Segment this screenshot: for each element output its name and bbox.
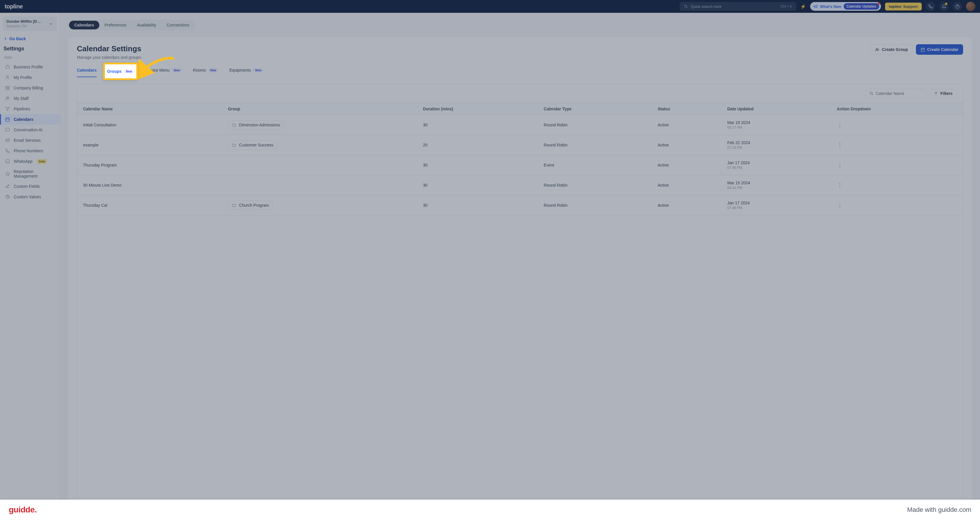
top-nav-preferences[interactable]: Preferences [99, 21, 132, 29]
cell-action: ⋮ [831, 135, 963, 155]
cell-date: Mar 15 202404:14 PM [722, 175, 831, 195]
calendar-plus-icon [921, 48, 925, 52]
calendar-icon [5, 117, 10, 122]
bell-icon-button[interactable] [939, 2, 948, 11]
svg-rect-4 [6, 66, 10, 69]
svg-rect-12 [6, 118, 10, 121]
cell-name: example [77, 135, 222, 155]
beta-pill: beta [37, 159, 47, 163]
cell-duration: 30 [417, 115, 538, 135]
top-nav-availability[interactable]: Availability [132, 21, 161, 29]
sub-tab-calendars[interactable]: Calendars [77, 66, 97, 77]
bolt-icon[interactable]: ⚡ [800, 4, 806, 10]
folder-icon [232, 123, 236, 127]
sidebar-item-my-staff[interactable]: My Staff [0, 93, 60, 104]
kebab-menu[interactable]: ⋮ [837, 122, 843, 128]
sidebar-item-label: Conversation AI [14, 127, 43, 132]
top-nav-calendars[interactable]: Calendars [69, 21, 99, 29]
top-nav-connections[interactable]: Connections [161, 21, 195, 29]
cell-name: Thursday Cal [77, 195, 222, 216]
kebab-menu[interactable]: ⋮ [837, 202, 843, 208]
filters-button[interactable]: Filters [930, 89, 957, 98]
sidebar-item-custom-fields[interactable]: Custom Fields [0, 181, 60, 192]
svg-rect-9 [8, 88, 10, 90]
new-pill: New [172, 68, 182, 73]
chevron-left-icon [3, 37, 8, 41]
sidebar-item-email-services[interactable]: Email Services [0, 135, 60, 146]
sidebar-item-custom-values[interactable]: Custom Values [0, 192, 60, 202]
create-group-label: Create Group [882, 47, 908, 52]
cell-group: Church Program [222, 195, 417, 216]
phone-icon-button[interactable] [926, 2, 935, 11]
cell-date: Jan 17 202407:45 PM [722, 155, 831, 175]
edit-icon [5, 184, 10, 189]
sidebar-item-company-billing[interactable]: Company Billing [0, 83, 60, 93]
sub-tab-equipments[interactable]: EquipmentsNew [229, 66, 263, 77]
cell-name: Initial Consultation [77, 115, 222, 135]
group-chip[interactable]: Customer Success [228, 140, 277, 150]
whats-new-pill[interactable]: What's New Calendar Updates [810, 2, 881, 11]
help-icon-button[interactable] [953, 2, 962, 11]
chevron-down-icon [49, 22, 53, 26]
table-search-input[interactable]: Calendar Name [865, 89, 927, 98]
group-chip[interactable]: Dimension Admissions [228, 120, 284, 130]
support-label: Support [903, 4, 918, 9]
sidebar-item-label: Phone Numbers [14, 149, 43, 153]
create-group-button[interactable]: Create Group [870, 44, 913, 55]
group-chip[interactable]: Church Program [228, 201, 273, 210]
whatsapp-icon [5, 159, 10, 164]
support-button[interactable]: topline Support [885, 3, 922, 11]
page-title: Calendar Settings [77, 44, 141, 53]
svg-point-10 [6, 97, 8, 98]
sub-tab-rooms[interactable]: RoomsNew [193, 66, 218, 77]
group-label: Dimension Admissions [239, 122, 280, 127]
sidebar-item-pipelines[interactable]: Pipelines [0, 104, 60, 114]
svg-line-27 [872, 94, 873, 95]
sidebar-item-label: Reputation Management [14, 169, 56, 179]
star-icon [5, 171, 10, 176]
go-back-label: Go Back [10, 36, 26, 41]
sidebar-item-phone-numbers[interactable]: Phone Numbers [0, 146, 60, 156]
funnel-icon [5, 106, 10, 111]
svg-point-19 [876, 48, 877, 49]
kebab-menu[interactable]: ⋮ [837, 182, 843, 189]
sidebar-item-my-profile[interactable]: My Profile [0, 72, 60, 83]
column-header: Status [652, 103, 721, 115]
global-search[interactable]: Quick search here Ctrl + K [680, 2, 796, 11]
search-placeholder: Quick search here [691, 4, 722, 9]
search-kbd-hint: Ctrl + K [780, 4, 792, 8]
svg-point-5 [7, 76, 8, 78]
sidebar-item-calendars[interactable]: Calendars [0, 114, 60, 125]
table-row: exampleCustomer Success20Round RobinActi… [77, 135, 963, 155]
go-back-link[interactable]: Go Back [0, 33, 60, 44]
search-icon [869, 92, 873, 95]
cell-name: Thursday Program [77, 155, 222, 175]
kebab-menu[interactable]: ⋮ [837, 142, 843, 148]
create-calendar-button[interactable]: Create Calendar [916, 44, 963, 55]
chat-icon [5, 127, 10, 133]
updates-chip[interactable]: Calendar Updates [844, 3, 879, 10]
cell-duration: 30 [417, 155, 538, 175]
sidebar-item-whatsapp[interactable]: WhatsAppbeta [0, 156, 60, 166]
sidebar-item-conversation-ai[interactable]: Conversation AI [0, 125, 60, 135]
kebab-menu[interactable]: ⋮ [837, 162, 843, 168]
cell-type: Event [538, 155, 652, 175]
sidebar-item-label: Custom Fields [14, 184, 40, 189]
settings-title: Settings [0, 44, 60, 55]
sub-tab-label: Calendars [77, 68, 97, 73]
cell-date: Mar 19 202405:27 PM [722, 115, 831, 135]
svg-marker-18 [6, 172, 10, 176]
location-card[interactable]: Dunder Mifflin [D… Scranton, PA [3, 16, 57, 31]
sidebar-item-reputation-management[interactable]: Reputation Management [0, 166, 60, 181]
cell-type: Round Robin [538, 175, 652, 195]
sidebar-item-label: Calendars [14, 117, 33, 122]
cell-status: Active [652, 155, 721, 175]
group-label: Customer Success [239, 143, 273, 147]
cell-name: 30 Minute Live Demo [77, 175, 222, 195]
phone-icon [5, 148, 10, 154]
svg-rect-8 [6, 88, 7, 90]
sidebar-item-business-profile[interactable]: Business Profile [0, 62, 60, 72]
avatar[interactable] [966, 2, 975, 11]
column-header: Calendar Type [538, 103, 652, 115]
sub-tab-service-menu[interactable]: Service MenuNew [145, 66, 182, 77]
